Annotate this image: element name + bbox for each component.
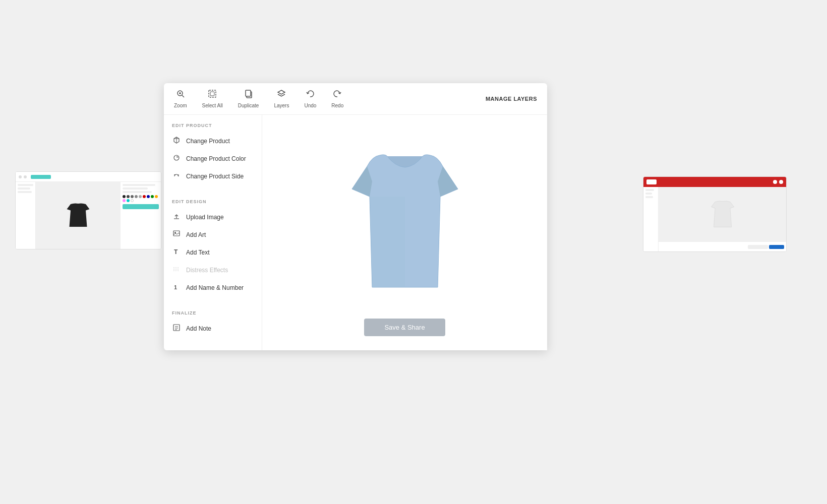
layers-tool[interactable]: Layers xyxy=(274,89,289,108)
add-art-item[interactable]: Add Art xyxy=(164,226,262,243)
add-text-icon: T xyxy=(172,248,181,257)
zoom-label: Zoom xyxy=(174,103,187,108)
upload-image-label: Upload Image xyxy=(186,214,224,221)
edit-product-section-label: EDIT PRODUCT xyxy=(164,123,262,132)
redo-icon xyxy=(333,89,342,101)
add-art-label: Add Art xyxy=(186,231,206,238)
zoom-tool[interactable]: Zoom xyxy=(174,89,187,108)
main-content: EDIT PRODUCT Change Product xyxy=(164,115,547,350)
add-text-label: Add Text xyxy=(186,249,209,256)
redo-tool[interactable]: Redo xyxy=(331,89,343,108)
distress-effects-icon xyxy=(172,266,181,274)
svg-text:T: T xyxy=(174,248,178,255)
change-product-color-label: Change Product Color xyxy=(186,155,246,162)
canvas-area: Save & Share xyxy=(262,115,547,350)
distress-effects-label: Distress Effects xyxy=(186,267,228,274)
right-thumbnail xyxy=(643,176,787,252)
undo-label: Undo xyxy=(304,103,316,108)
main-modal: Zoom Select All Duplicate xyxy=(164,83,547,350)
undo-icon xyxy=(306,89,315,101)
manage-layers-button[interactable]: MANAGE LAYERS xyxy=(486,96,537,102)
undo-tool[interactable]: Undo xyxy=(304,89,316,108)
add-note-item[interactable]: Add Note xyxy=(164,320,262,337)
change-product-icon xyxy=(172,137,181,145)
svg-rect-14 xyxy=(173,231,180,236)
save-share-button[interactable]: Save & Share xyxy=(364,319,445,336)
change-product-side-item[interactable]: Change Product Side xyxy=(164,167,262,185)
select-all-icon xyxy=(208,89,217,101)
add-name-number-icon: 1 xyxy=(172,283,181,292)
add-note-label: Add Note xyxy=(186,325,211,332)
svg-text:1: 1 xyxy=(174,284,177,290)
change-product-label: Change Product xyxy=(186,138,230,145)
add-name-number-label: Add Name & Number xyxy=(186,284,244,291)
change-product-side-label: Change Product Side xyxy=(186,173,244,180)
redo-label: Redo xyxy=(331,103,343,108)
duplicate-tool[interactable]: Duplicate xyxy=(238,89,259,108)
add-text-item[interactable]: T Add Text xyxy=(164,243,262,261)
duplicate-icon xyxy=(244,89,253,101)
upload-image-icon xyxy=(172,213,181,221)
svg-point-15 xyxy=(174,232,176,233)
change-product-color-item[interactable]: Change Product Color xyxy=(164,150,262,167)
tshirt-preview xyxy=(272,125,537,319)
finalize-section-label: FINALIZE xyxy=(164,310,262,320)
add-note-icon xyxy=(172,324,181,333)
duplicate-label: Duplicate xyxy=(238,103,259,108)
svg-rect-4 xyxy=(209,90,216,97)
zoom-icon xyxy=(176,89,185,101)
change-product-color-icon xyxy=(172,154,181,163)
layers-icon xyxy=(277,89,286,101)
svg-rect-5 xyxy=(210,92,214,96)
sidebar: EDIT PRODUCT Change Product xyxy=(164,115,262,350)
left-thumbnail xyxy=(15,171,161,249)
add-art-icon xyxy=(172,230,181,239)
distress-effects-item: Distress Effects xyxy=(164,261,262,279)
upload-image-item[interactable]: Upload Image xyxy=(164,208,262,226)
change-product-item[interactable]: Change Product xyxy=(164,132,262,150)
toolbar: Zoom Select All Duplicate xyxy=(164,83,547,115)
select-all-tool[interactable]: Select All xyxy=(202,89,223,108)
svg-rect-7 xyxy=(246,90,251,96)
edit-design-section-label: EDIT DESIGN xyxy=(164,199,262,208)
svg-marker-8 xyxy=(278,90,285,94)
change-product-side-icon xyxy=(172,172,181,180)
add-name-number-item[interactable]: 1 Add Name & Number xyxy=(164,279,262,296)
svg-line-1 xyxy=(182,95,184,97)
select-all-label: Select All xyxy=(202,103,223,108)
layers-label: Layers xyxy=(274,103,289,108)
